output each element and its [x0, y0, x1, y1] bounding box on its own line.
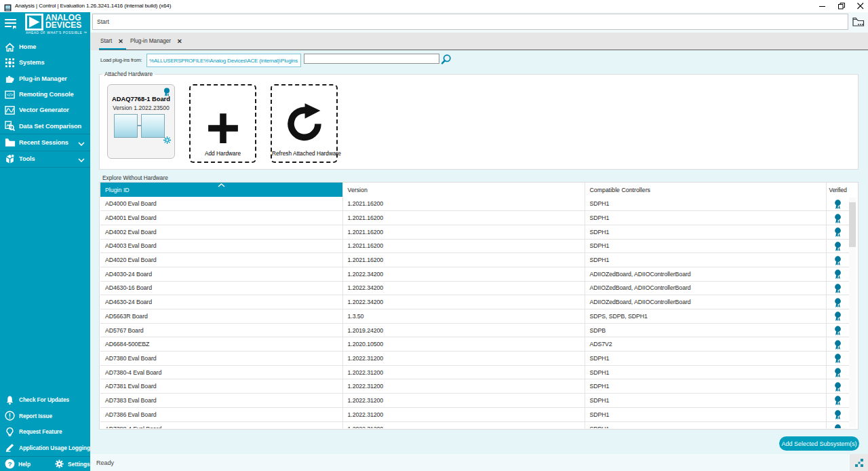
- sidebar-item-settings[interactable]: Settings: [54, 457, 90, 471]
- table-row[interactable]: AD4000 Eval Board1.2021.16200SDPH1: [100, 197, 849, 211]
- sessions-icon: [4, 136, 16, 148]
- table-row[interactable]: AD7383 Eval Board1.2022.31200SDPH1: [100, 394, 849, 408]
- table-row[interactable]: AD4630-24 Board1.2022.34200ADIIOZedBoard…: [100, 295, 849, 309]
- add-hardware-card[interactable]: Add Hardware: [189, 84, 256, 163]
- column-header-verified[interactable]: Verified: [826, 183, 849, 197]
- title-bar: Analysis | Control | Evaluation 1.26.324…: [0, 0, 868, 12]
- tab-start-close-icon[interactable]: ✕: [118, 38, 123, 45]
- plugins-table: Plugin ID Version Compatible Controllers…: [100, 183, 849, 428]
- explore-legend: Explore Without Hardware: [102, 174, 168, 181]
- sidebar-item-home[interactable]: Home: [0, 39, 90, 55]
- top-strip: Start: [90, 12, 868, 33]
- new-spark-icon: [163, 135, 172, 147]
- sidebar-item-remoting-console[interactable]: </>Remoting Console: [0, 86, 90, 102]
- search-icon[interactable]: [440, 54, 452, 68]
- verified-ribbon-icon: [834, 411, 842, 417]
- brand-tagline: AHEAD OF WHAT'S POSSIBLE ™: [26, 31, 87, 35]
- refresh-hardware-card[interactable]: Refresh Attached Hardware: [271, 84, 338, 163]
- table-row[interactable]: AD4030-24 Board1.2022.34200ADIIOZedBoard…: [100, 267, 849, 281]
- logging-icon: [4, 442, 16, 453]
- scrollbar-thumb[interactable]: [849, 202, 856, 247]
- main-content: Load plug-ins from: %ALLUSERSPROFILE%\An…: [90, 50, 868, 454]
- column-header-controllers[interactable]: Compatible Controllers: [585, 183, 826, 197]
- table-row[interactable]: AD4020 Eval Board1.2021.16200SDPH1: [100, 253, 849, 267]
- settings-gear-icon: [54, 459, 64, 469]
- resize-grip[interactable]: [850, 454, 868, 471]
- sidebar-bottom-row: ?Help Settings: [0, 456, 90, 471]
- verified-ribbon-icon: [834, 425, 842, 428]
- window-title: Analysis | Control | Evaluation 1.26.324…: [15, 3, 171, 9]
- verified-ribbon-icon: [834, 369, 842, 375]
- verified-ribbon-icon: [834, 242, 842, 249]
- open-folder-button[interactable]: [851, 15, 866, 29]
- table-row[interactable]: AD5663R Board1.3.50SDPS, SDPB, SDPH1: [100, 309, 849, 324]
- sidebar-item-tools[interactable]: Tools: [0, 151, 90, 167]
- tab-start[interactable]: Start✕: [98, 33, 126, 50]
- sidebar-item-help[interactable]: ?Help: [5, 457, 31, 471]
- close-button[interactable]: [856, 1, 865, 11]
- verified-ribbon-icon: [834, 200, 842, 206]
- verified-ribbon-icon: [834, 312, 842, 319]
- sidebar-item-check-for-updates[interactable]: Check For Updates: [0, 392, 90, 409]
- column-header-version[interactable]: Version: [342, 183, 585, 197]
- breadcrumb[interactable]: Start: [92, 14, 848, 30]
- column-header-plugin-id[interactable]: Plugin ID: [100, 183, 342, 197]
- sidebar-item-application-usage-logging[interactable]: Application Usage Logging: [0, 440, 90, 456]
- sidebar-footer-nav: Check For UpdatesReport IssueRequest Fea…: [0, 392, 90, 456]
- table-header-row: Plugin ID Version Compatible Controllers…: [100, 183, 849, 197]
- table-row[interactable]: AD7380 Eval Board1.2022.31200SDPH1: [100, 352, 849, 366]
- table-row[interactable]: AD7388-4 Eval Board1.2022.31200SDPH1: [100, 421, 849, 428]
- plugins-path-input[interactable]: %ALLUSERSPROFILE%\Analog Devices\ACE (in…: [146, 54, 301, 67]
- sidebar-item-report-issue[interactable]: Report Issue: [0, 408, 90, 424]
- add-hardware-label: Add Hardware: [191, 150, 255, 157]
- table-row[interactable]: AD4002 Eval Board1.2021.16200SDPH1: [100, 225, 849, 239]
- board-graphic: [114, 114, 165, 138]
- report-icon: [4, 410, 16, 421]
- verified-ribbon-icon: [834, 341, 842, 347]
- table-row[interactable]: AD5767 Board1.2019.24200SDPB: [100, 323, 849, 337]
- table-row[interactable]: AD4003 Eval Board1.2021.16200SDPH1: [100, 239, 849, 253]
- sidebar-item-data-set-comparison[interactable]: Data Set Comparison: [0, 118, 90, 134]
- attached-hardware-legend: Attached Hardware: [102, 71, 155, 77]
- sidebar-item-request-feature[interactable]: Request Feature: [0, 424, 90, 440]
- verified-ribbon-icon: [834, 270, 842, 277]
- table-row[interactable]: AD6684-500EBZ1.2020.10500ADS7V2: [100, 337, 849, 352]
- verified-ribbon-icon: [834, 354, 842, 361]
- plus-icon: [191, 111, 255, 145]
- tools-icon: [4, 153, 16, 165]
- restore-button[interactable]: [837, 1, 846, 11]
- attached-board-card[interactable]: ADAQ7768-1 Board Version 1.2022.23500: [107, 84, 175, 159]
- refresh-hardware-label: Refresh Attached Hardware: [272, 150, 336, 157]
- chevron-down-icon: [78, 136, 85, 149]
- sort-ascending-icon: [100, 183, 342, 187]
- verified-ribbon-icon: [834, 383, 842, 390]
- chevron-down-icon: [78, 153, 85, 165]
- sidebar-item-vector-generator[interactable]: Vector Generator: [0, 102, 90, 118]
- menu-icon[interactable]: [3, 15, 18, 34]
- load-plugins-row: Load plug-ins from: %ALLUSERSPROFILE%\An…: [90, 50, 868, 71]
- tab-plugin-manager-close-icon[interactable]: ✕: [177, 38, 182, 45]
- table-row[interactable]: AD7386 Eval Board1.2022.31200SDPH1: [100, 407, 849, 421]
- table-scrollbar[interactable]: [849, 197, 856, 428]
- verified-ribbon-icon: [834, 284, 842, 291]
- brand-name: ANALOGDEVICES: [45, 14, 81, 29]
- table-row[interactable]: AD4630-16 Board1.2022.34200ADIIOZedBoard…: [100, 281, 849, 295]
- table-row[interactable]: AD7380-4 Eval Board1.2022.31200SDPH1: [100, 365, 849, 379]
- plugins-filter-input[interactable]: [304, 54, 439, 64]
- sidebar-item-recent-sessions[interactable]: Recent Sessions: [0, 134, 90, 150]
- explore-group: Explore Without Hardware Plugin ID Versi…: [99, 182, 859, 430]
- tab-plugin-manager[interactable]: Plug-in Manager✕: [127, 33, 185, 50]
- sidebar-item-systems[interactable]: Systems: [0, 55, 90, 71]
- sidebar-item-plug-in-manager[interactable]: Plug-in Manager: [0, 71, 90, 86]
- table-row[interactable]: AD7381 Eval Board1.2022.31200SDPH1: [100, 379, 849, 394]
- minimize-button[interactable]: [818, 1, 827, 11]
- tab-strip: Start✕ Plug-in Manager✕: [90, 33, 868, 50]
- attached-hardware-group: Attached Hardware ADAQ7768-1 Board Versi…: [99, 71, 859, 170]
- verified-ribbon-icon: [834, 214, 842, 221]
- help-icon: ?: [5, 459, 15, 469]
- add-selected-subsystems-button[interactable]: Add Selected Subsystem(s): [779, 436, 859, 451]
- svg-text:?: ?: [8, 461, 12, 468]
- status-bar: Ready: [90, 454, 868, 471]
- table-row[interactable]: AD4001 Eval Board1.2021.16200SDPH1: [100, 211, 849, 225]
- bulb-icon: [4, 426, 16, 438]
